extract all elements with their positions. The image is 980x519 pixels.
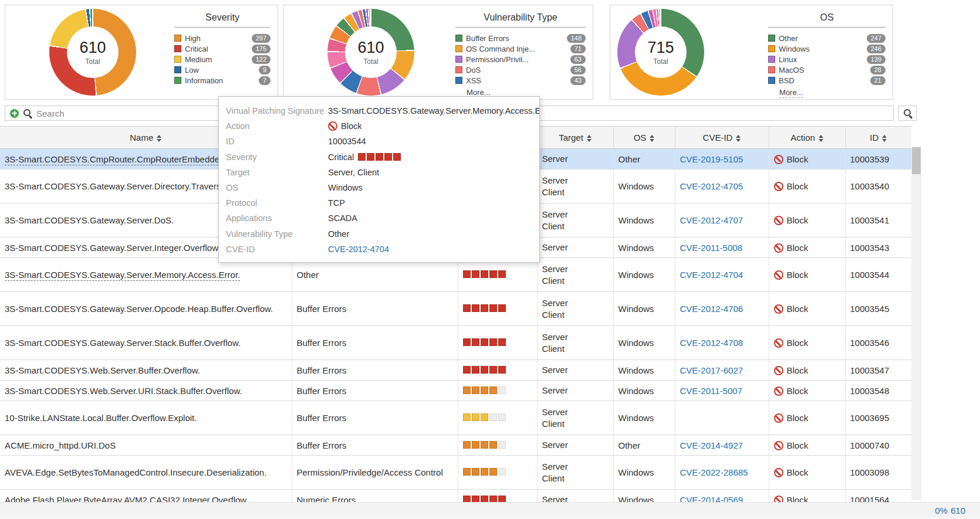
legend-item[interactable]: Buffer Errors148 xyxy=(455,33,586,43)
more-link[interactable]: More... xyxy=(779,87,886,97)
severity-square xyxy=(481,338,488,346)
table-row[interactable]: 10-Strike.LANState.Local.Buffer.Overflow… xyxy=(0,401,911,435)
signature-name[interactable]: AVEVA.Edge.SetBytesToManagedControl.Inse… xyxy=(5,467,266,477)
add-filter-icon[interactable] xyxy=(10,109,19,118)
signature-name[interactable]: 3S-Smart.CODESYS.Gateway.Server.Integer.… xyxy=(5,243,220,253)
cve-link[interactable]: CVE-2017-6027 xyxy=(680,365,744,375)
cve-link[interactable]: CVE-2012-4708 xyxy=(680,338,744,348)
name-cell: 3S-Smart.CODESYS.Gateway.Server.Stack.Bu… xyxy=(0,326,292,360)
action-label: Block xyxy=(787,181,809,191)
legend-item[interactable]: Permission/Privil...63 xyxy=(455,54,586,65)
severity-square xyxy=(498,270,506,278)
vertical-scrollbar[interactable] xyxy=(911,147,921,500)
cve-cell: CVE-2011-5008 xyxy=(675,238,769,258)
column-header-id[interactable]: ID xyxy=(845,127,911,149)
cve-link[interactable]: CVE-2012-4704 xyxy=(680,270,744,280)
tooltip-value-text: Other xyxy=(328,229,349,239)
id-cell: 10003546 xyxy=(845,326,911,360)
legend-swatch xyxy=(174,77,181,84)
legend-item[interactable]: Other247 xyxy=(768,33,886,43)
signature-name[interactable]: 10-Strike.LANState.Local.Buffer.Overflow… xyxy=(5,413,197,423)
table-row[interactable]: ACME.micro_httpd.URI.DoSBuffer ErrorsSer… xyxy=(0,435,911,456)
legend-count-badge: 9 xyxy=(259,66,271,74)
legend-item[interactable]: Critical175 xyxy=(174,43,271,54)
signature-id: 10003546 xyxy=(850,338,890,348)
column-header-action[interactable]: Action xyxy=(769,127,845,149)
cve-cell: CVE-2012-4704 xyxy=(675,258,769,292)
target-value: Client xyxy=(542,309,612,321)
legend-item[interactable]: XSS43 xyxy=(455,75,586,86)
signature-name[interactable]: 3S-Smart.CODESYS.Gateway.Server.Director… xyxy=(5,181,230,191)
chart-total: 610 xyxy=(79,39,106,57)
os-value: Windows xyxy=(619,365,654,375)
table-row[interactable]: 3S-Smart.CODESYS.Web.Server.Buffer.Overf… xyxy=(0,360,911,381)
legend-swatch xyxy=(768,77,775,84)
table-row[interactable]: 3S-Smart.CODESYS.Gateway.Server.Memory.A… xyxy=(0,258,911,292)
table-row[interactable]: 3S-Smart.CODESYS.Gateway.Server.Stack.Bu… xyxy=(0,326,911,360)
signature-name[interactable]: 3S-Smart.CODESYS.Web.Server.URI.Stack.Bu… xyxy=(5,386,242,396)
cve-link[interactable]: CVE-2011-5007 xyxy=(680,386,742,396)
cve-link[interactable]: CVE-2014-4927 xyxy=(680,440,744,450)
legend-item[interactable]: Linux139 xyxy=(768,54,886,65)
tooltip-value: 10003544 xyxy=(328,137,366,146)
target-value: Server xyxy=(542,297,612,309)
table-row[interactable]: 3S-Smart.CODESYS.Gateway.Server.Opcode.H… xyxy=(0,292,911,326)
legend-item[interactable]: Low9 xyxy=(174,65,271,75)
cve-cell: CVE-2012-4707 xyxy=(675,203,769,238)
legend-item[interactable]: BSD21 xyxy=(768,75,886,86)
cve-link[interactable]: CVE-2019-5105 xyxy=(680,154,744,164)
block-icon xyxy=(774,386,783,396)
cve-link[interactable]: CVE-2022-28685 xyxy=(680,467,748,477)
legend-label: Windows xyxy=(779,45,864,53)
legend-item[interactable]: DoS56 xyxy=(455,65,586,75)
legend-swatch xyxy=(174,45,181,52)
column-header-cve[interactable]: CVE-ID xyxy=(675,127,769,149)
signature-name[interactable]: 3S-Smart.CODESYS.Gateway.Server.Stack.Bu… xyxy=(5,338,241,348)
vulnerability-type-cell: Buffer Errors xyxy=(292,292,458,326)
donut-ring: 715Total xyxy=(617,9,704,96)
legend-item[interactable]: Information7 xyxy=(174,75,271,86)
cve-cell: CVE-2012-4705 xyxy=(675,169,769,203)
legend-item[interactable]: Medium122 xyxy=(174,54,271,65)
search-button[interactable] xyxy=(898,106,917,121)
name-cell: 3S-Smart.CODESYS.Web.Server.Buffer.Overf… xyxy=(0,360,292,381)
cve-link[interactable]: CVE-2012-4704 xyxy=(328,245,389,254)
severity-square xyxy=(472,441,479,449)
tooltip-label: CVE-ID xyxy=(226,245,328,254)
cve-link[interactable]: CVE-2012-4706 xyxy=(680,304,744,314)
cve-link[interactable]: CVE-2011-5008 xyxy=(680,243,742,253)
signature-name[interactable]: ACME.micro_httpd.URI.DoS xyxy=(5,440,116,450)
severity-squares xyxy=(463,386,506,394)
cve-link[interactable]: CVE-2012-4705 xyxy=(680,181,744,191)
sort-asc-arrow xyxy=(819,135,823,138)
id-cell: 10003545 xyxy=(845,292,911,326)
table-row[interactable]: AVEVA.Edge.SetBytesToManagedControl.Inse… xyxy=(0,456,911,490)
legend-item[interactable]: Windows246 xyxy=(768,43,886,54)
os-cell: Windows xyxy=(613,326,675,360)
legend-count-badge: 148 xyxy=(567,34,586,43)
signature-name[interactable]: 3S-Smart.CODESYS.Gateway.Server.Memory.A… xyxy=(5,270,240,281)
severity-squares xyxy=(463,338,506,346)
severity-square xyxy=(463,413,471,421)
column-header-target[interactable]: Target xyxy=(537,127,613,149)
severity-square xyxy=(481,441,488,449)
column-header-os[interactable]: OS xyxy=(613,127,675,149)
signature-name[interactable]: 3S-Smart.CODESYS.Gateway.Server.DoS. xyxy=(5,215,174,225)
column-header-label: Name xyxy=(130,133,153,143)
legend-label: Buffer Errors xyxy=(466,34,565,43)
vulnerability-type-cell: Buffer Errors xyxy=(292,435,458,456)
legend-swatch xyxy=(768,35,775,42)
legend-item[interactable]: High297 xyxy=(174,33,271,43)
cve-link[interactable]: CVE-2012-4707 xyxy=(680,215,744,225)
donut-chart-vulnerability-type: 610Total xyxy=(327,9,414,96)
severity-cell xyxy=(458,381,537,401)
legend-item[interactable]: OS Command Inje...71 xyxy=(455,43,586,54)
scrollbar-thumb[interactable] xyxy=(912,147,921,174)
legend-item[interactable]: MacOS28 xyxy=(768,65,886,75)
signature-name[interactable]: 3S-Smart.CODESYS.CmpRouter.CmpRouterEmbe… xyxy=(5,154,242,165)
signature-name[interactable]: 3S-Smart.CODESYS.Web.Server.Buffer.Overf… xyxy=(5,365,200,375)
action-label: Block xyxy=(787,365,809,375)
table-row[interactable]: 3S-Smart.CODESYS.Web.Server.URI.Stack.Bu… xyxy=(0,381,911,401)
severity-square xyxy=(489,468,497,476)
signature-name[interactable]: 3S-Smart.CODESYS.Gateway.Server.Opcode.H… xyxy=(5,304,273,314)
